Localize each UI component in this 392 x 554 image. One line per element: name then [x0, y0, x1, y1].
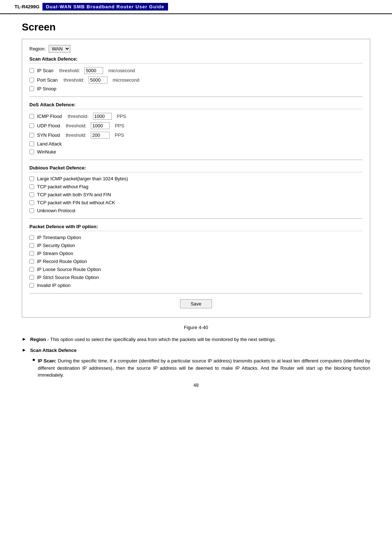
ip-record-route-label: IP Record Route Option — [37, 259, 87, 264]
port-scan-checkbox[interactable] — [29, 78, 34, 82]
invalid-ip-row: Invalid IP option — [29, 283, 363, 288]
unknown-protocol-row: Unknown Protocol — [29, 208, 363, 213]
icmp-flood-label: ICMP Flood — [37, 114, 62, 119]
large-icmp-label: Large ICMP packet(larger than 1024 Bytes… — [37, 176, 128, 181]
icmp-flood-row: ICMP Flood threshold: PPS — [29, 113, 363, 120]
syn-flood-label: SYN Flood — [37, 132, 60, 138]
ip-timestamp-row: IP Timestamp Option — [29, 235, 363, 240]
udp-flood-checkbox[interactable] — [29, 123, 34, 128]
ip-loose-source-label: IP Loose Source Route Option — [37, 267, 101, 272]
tcp-syn-fin-row: TCP packet with both SYN and FIN — [29, 192, 363, 197]
icmp-flood-threshold[interactable] — [93, 113, 112, 120]
udp-flood-threshold[interactable] — [91, 122, 110, 129]
ip-snoop-checkbox[interactable] — [29, 86, 34, 91]
tcp-no-flag-row: TCP packet without Flag — [29, 184, 363, 189]
arrow-icon-scan: ► — [22, 347, 26, 353]
region-label: Region: — [29, 46, 46, 52]
dubious-section-title: Dubious Packet Defence: — [29, 165, 363, 172]
invalid-ip-checkbox[interactable] — [29, 283, 34, 288]
ip-strict-source-row: IP Strict Source Route Option — [29, 275, 363, 280]
ip-option-section-title: Packet Defence with IP option: — [29, 224, 363, 231]
syn-flood-threshold[interactable] — [91, 132, 110, 139]
screen-title: Screen — [22, 21, 370, 33]
tcp-no-flag-checkbox[interactable] — [29, 184, 34, 189]
winnuke-row: WinNuke — [29, 149, 363, 155]
ip-loose-source-row: IP Loose Source Route Option — [29, 267, 363, 272]
ip-security-row: IP Security Option — [29, 243, 363, 248]
port-scan-row: Port Scan threshold: microsecond — [29, 77, 363, 83]
dot-icon-ip-scan — [33, 359, 35, 361]
region-row: Region: WAN LAN — [29, 45, 363, 53]
ip-snoop-row: IP Snoop — [29, 86, 363, 91]
port-scan-label: Port Scan — [37, 77, 58, 83]
scan-attack-bullet: ► Scan Attack Defence — [22, 347, 370, 354]
tcp-fin-no-ack-row: TCP packet with FIN but without ACK — [29, 200, 363, 205]
ip-stream-row: IP Stream Option — [29, 251, 363, 256]
region-bullet: ► Region - This option used to select th… — [22, 336, 370, 343]
ip-scan-threshold[interactable] — [84, 67, 103, 74]
ip-strict-source-label: IP Strict Source Route Option — [37, 275, 99, 280]
ip-scan-row: IP Scan threshold: microsecond — [29, 67, 363, 74]
ip-loose-source-checkbox[interactable] — [29, 267, 34, 272]
sub-bullet-list: IP Scan: During the specific time, if a … — [33, 357, 370, 379]
scan-attack-bold: Scan Attack Defence — [30, 348, 77, 353]
winnuke-checkbox[interactable] — [29, 149, 34, 154]
unknown-protocol-label: Unknown Protocol — [37, 208, 75, 213]
tcp-syn-fin-label: TCP packet with both SYN and FIN — [37, 192, 111, 197]
ip-security-label: IP Security Option — [37, 243, 75, 248]
scan-section-title: Scan Attack Defence: — [29, 56, 363, 63]
page-number: 48 — [22, 382, 370, 388]
region-bullet-text: Region - This option used to select the … — [30, 336, 370, 343]
invalid-ip-label: Invalid IP option — [37, 283, 70, 288]
ip-timestamp-checkbox[interactable] — [29, 235, 34, 240]
ip-timestamp-label: IP Timestamp Option — [37, 235, 81, 240]
port-scan-threshold[interactable] — [89, 77, 107, 83]
winnuke-label: WinNuke — [37, 149, 56, 155]
ip-scan-label: IP Scan — [37, 68, 53, 73]
ip-scan-sub-bullet: IP Scan: During the specific time, if a … — [33, 357, 370, 379]
header-title: Dual-WAN SMB Broadband Router User Guide — [42, 3, 168, 11]
scan-attack-bullet-text: Scan Attack Defence — [30, 347, 370, 354]
dos-section-title: DoS Attack Defence: — [29, 102, 363, 109]
region-bold: Region — [30, 337, 46, 342]
body-section: ► Region - This option used to select th… — [22, 336, 370, 379]
region-select[interactable]: WAN LAN — [49, 45, 70, 53]
tcp-syn-fin-checkbox[interactable] — [29, 192, 34, 197]
large-icmp-row: Large ICMP packet(larger than 1024 Bytes… — [29, 176, 363, 181]
syn-flood-checkbox[interactable] — [29, 133, 34, 138]
figure-caption: Figure 4-40 — [22, 325, 370, 330]
save-button[interactable]: Save — [180, 299, 212, 308]
tcp-fin-no-ack-checkbox[interactable] — [29, 200, 34, 205]
land-attack-checkbox[interactable] — [29, 141, 34, 146]
unknown-protocol-checkbox[interactable] — [29, 208, 34, 213]
ip-record-route-checkbox[interactable] — [29, 259, 34, 264]
tcp-fin-no-ack-label: TCP packet with FIN but without ACK — [37, 200, 115, 205]
ip-scan-sub-text: IP Scan: During the specific time, if a … — [38, 357, 370, 379]
ip-scan-sub-bold: IP Scan: — [38, 358, 56, 364]
ip-stream-label: IP Stream Option — [37, 251, 73, 256]
header-model: TL-R4299G — [15, 4, 40, 9]
large-icmp-checkbox[interactable] — [29, 176, 34, 181]
udp-flood-label: UDP Flood — [37, 123, 60, 128]
main-content: Screen Region: WAN LAN Scan Attack Defen… — [0, 14, 392, 395]
save-row: Save — [29, 299, 363, 308]
tcp-no-flag-label: TCP packet without Flag — [37, 184, 88, 189]
land-attack-row: Land Attack — [29, 141, 363, 147]
syn-flood-row: SYN Flood threshold: PPS — [29, 132, 363, 139]
icmp-flood-checkbox[interactable] — [29, 114, 34, 119]
land-attack-label: Land Attack — [37, 141, 62, 147]
page-header: TL-R4299G Dual-WAN SMB Broadband Router … — [0, 0, 392, 14]
form-panel: Region: WAN LAN Scan Attack Defence: IP … — [22, 39, 370, 317]
ip-snoop-label: IP Snoop — [37, 86, 56, 91]
ip-strict-source-checkbox[interactable] — [29, 275, 34, 280]
ip-record-route-row: IP Record Route Option — [29, 259, 363, 264]
ip-stream-checkbox[interactable] — [29, 251, 34, 256]
udp-flood-row: UDP Flood threshold: PPS — [29, 122, 363, 129]
ip-scan-checkbox[interactable] — [29, 68, 34, 73]
arrow-icon-region: ► — [22, 336, 26, 342]
ip-security-checkbox[interactable] — [29, 243, 34, 248]
